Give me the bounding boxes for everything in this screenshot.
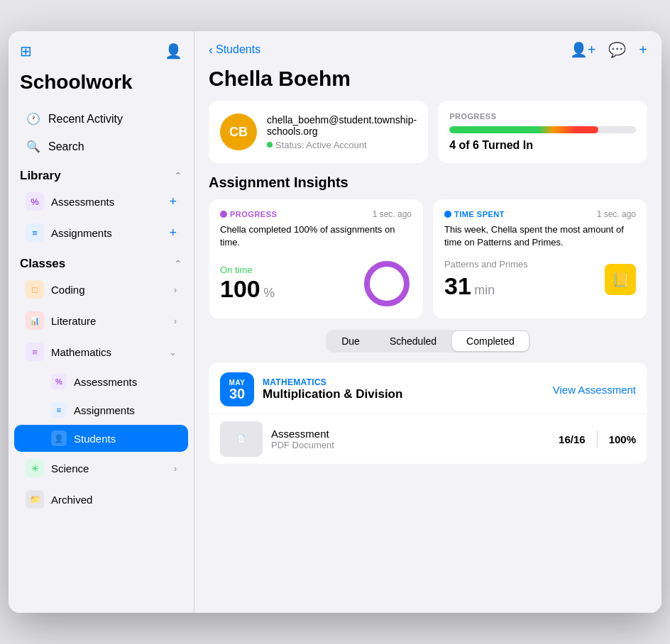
- time-subject-name: Patterns and Primes: [444, 259, 528, 270]
- svg-point-1: [367, 264, 407, 304]
- tab-scheduled[interactable]: Scheduled: [375, 331, 451, 351]
- tab-completed[interactable]: Completed: [452, 331, 529, 351]
- assignment-item: 📄 Assessment PDF Document 16/16 100%: [209, 413, 647, 464]
- message-icon[interactable]: 💬: [608, 41, 626, 58]
- assignment-card-header: MAY 30 MATHEMATICS Multiplication & Divi…: [209, 362, 647, 413]
- sidebar-item-students[interactable]: 👤 Students: [14, 425, 188, 452]
- back-button[interactable]: ‹ Students: [209, 43, 260, 57]
- mathematics-icon: ≡: [26, 343, 44, 361]
- math-assessments-icon: %: [51, 374, 67, 389]
- math-assignments-label: Assignments: [74, 404, 135, 416]
- assignment-thumbnail: 📄: [220, 421, 263, 457]
- library-chevron-icon: ⌃: [174, 170, 182, 182]
- nav-label-recent-activity: Recent Activity: [48, 113, 123, 126]
- time-timestamp: 1 sec. ago: [597, 209, 636, 219]
- assignment-item-name: Assessment: [271, 428, 559, 440]
- science-chevron-icon: ›: [174, 463, 177, 474]
- time-unit: min: [474, 283, 495, 297]
- progress-bar: [449, 126, 598, 133]
- progress-badge-dot: [220, 211, 227, 218]
- sidebar-item-literature[interactable]: 📊 Literature ›: [14, 306, 188, 335]
- back-chevron-icon: ‹: [209, 43, 213, 57]
- time-badge-label: TIME SPENT: [454, 210, 505, 218]
- sidebar: ⊞ 👤 Schoolwork 🕐 Recent Activity 🔍 Searc…: [9, 31, 194, 613]
- assignments-icon: ≡: [26, 223, 44, 242]
- mathematics-label: Mathematics: [51, 346, 111, 358]
- classes-title: Classes: [20, 257, 65, 271]
- classes-chevron-icon: ⌃: [174, 258, 182, 270]
- profile-icon[interactable]: 👤: [165, 43, 182, 60]
- assignment-item-stats: 16/16 100%: [559, 431, 636, 448]
- status-dot: [267, 142, 273, 148]
- student-name: Chella Boehm: [194, 64, 661, 101]
- math-assessments-label: Assessments: [74, 376, 137, 388]
- time-description: This week, Chella spent the most amount …: [444, 223, 636, 249]
- sidebar-top-icons: ⊞ 👤: [9, 43, 194, 68]
- sidebar-item-math-assessments[interactable]: % Assessments: [14, 368, 188, 395]
- assignment-percent: 100%: [609, 433, 636, 445]
- app-title: Schoolwork: [9, 68, 194, 105]
- assignment-item-type: PDF Document: [271, 440, 559, 450]
- search-icon: 🔍: [26, 140, 41, 153]
- assignment-header-middle: MATHEMATICS Multiplication & Division: [263, 377, 553, 401]
- time-badge-dot: [444, 211, 451, 218]
- tabs-container: Due Scheduled Completed: [194, 330, 661, 352]
- assignment-subject: MATHEMATICS: [263, 377, 553, 387]
- assessments-label: Assessments: [51, 196, 114, 208]
- library-section-header[interactable]: Library ⌃: [9, 163, 194, 186]
- sidebar-item-assessments-library[interactable]: % Assessments +: [14, 187, 188, 216]
- view-assessment-button[interactable]: View Assessment: [553, 384, 636, 396]
- student-avatar: CB: [220, 113, 257, 150]
- progress-timestamp: 1 sec. ago: [373, 209, 412, 219]
- add-icon[interactable]: +: [639, 42, 647, 58]
- literature-label: Literature: [51, 315, 96, 327]
- assignment-item-info: Assessment PDF Document: [271, 428, 559, 450]
- assignment-name: Multiplication & Division: [263, 387, 553, 401]
- assignments-label: Assignments: [51, 227, 112, 239]
- assessments-add-icon[interactable]: +: [169, 194, 177, 209]
- literature-chevron-icon: ›: [174, 316, 177, 326]
- time-insight-header: TIME SPENT 1 sec. ago: [444, 209, 636, 219]
- classes-section-header[interactable]: Classes ⌃: [9, 251, 194, 274]
- assignment-date-badge: MAY 30: [220, 372, 254, 406]
- sidebar-item-science[interactable]: ✳ Science ›: [14, 453, 188, 483]
- recent-activity-icon: 🕐: [26, 112, 41, 126]
- on-time-unit: %: [263, 286, 275, 300]
- sidebar-toggle-icon[interactable]: ⊞: [20, 43, 32, 60]
- sidebar-item-assignments-library[interactable]: ≡ Assignments +: [14, 218, 188, 248]
- time-value: 31: [444, 272, 471, 299]
- progress-stat-row: On time 100 %: [220, 259, 412, 309]
- assignments-add-icon[interactable]: +: [169, 226, 177, 240]
- progress-badge-label: PROGRESS: [230, 210, 277, 218]
- sidebar-item-archived[interactable]: 📁 Archived: [14, 484, 188, 514]
- coding-chevron-icon: ›: [174, 284, 177, 295]
- sidebar-item-math-assignments[interactable]: ≡ Assignments: [14, 396, 188, 423]
- time-stat-info: Patterns and Primes 31 min: [444, 259, 528, 300]
- add-person-icon[interactable]: 👤+: [570, 41, 596, 58]
- progress-description: Chella completed 100% of assignments on …: [220, 223, 412, 249]
- students-icon: 👤: [51, 431, 67, 446]
- stats-divider: [597, 431, 598, 448]
- status-label: Status: Active Account: [275, 140, 367, 150]
- coding-icon: □: [26, 280, 44, 299]
- tab-due[interactable]: Due: [327, 331, 374, 351]
- date-day: 30: [229, 387, 245, 401]
- app-window: ⊞ 👤 Schoolwork 🕐 Recent Activity 🔍 Searc…: [9, 31, 661, 613]
- mathematics-chevron-icon: ⌄: [169, 347, 177, 357]
- sidebar-item-mathematics[interactable]: ≡ Mathematics ⌄: [14, 337, 188, 367]
- top-cards: CB chella_boehm@student.township-schools…: [194, 101, 661, 174]
- student-status: Status: Active Account: [267, 140, 417, 150]
- insights-grid: PROGRESS 1 sec. ago Chella completed 100…: [194, 199, 661, 330]
- sidebar-item-coding[interactable]: □ Coding ›: [14, 274, 188, 304]
- assignment-card: MAY 30 MATHEMATICS Multiplication & Divi…: [209, 362, 647, 464]
- student-email: chella_boehm@student.township-schools.or…: [267, 114, 417, 137]
- progress-label: PROGRESS: [449, 112, 636, 121]
- sidebar-item-recent-activity[interactable]: 🕐 Recent Activity: [14, 106, 188, 132]
- student-card: CB chella_boehm@student.township-schools…: [209, 101, 428, 163]
- donut-svg: [362, 259, 412, 309]
- nav-label-search: Search: [48, 140, 84, 153]
- back-label: Students: [216, 43, 260, 56]
- sidebar-item-search[interactable]: 🔍 Search: [14, 133, 188, 160]
- progress-bar-container: [449, 126, 636, 133]
- progress-card: PROGRESS 4 of 6 Turned In: [438, 101, 647, 163]
